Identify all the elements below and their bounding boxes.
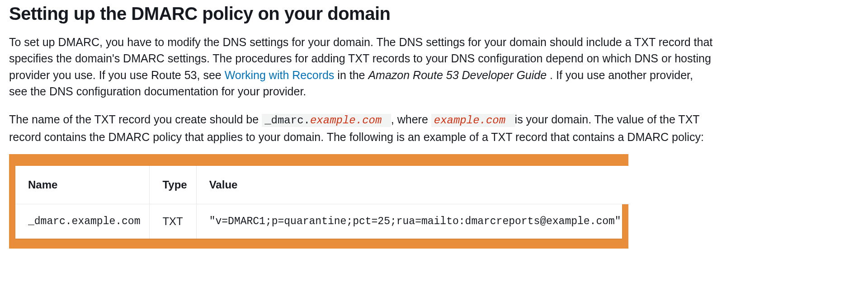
table-highlight-frame: Name Type Value _dmarc.example.com TXT "… <box>9 154 628 249</box>
doc-page: Setting up the DMARC policy on your doma… <box>0 0 868 267</box>
col-header-name: Name <box>15 166 150 204</box>
text: The name of the TXT record you create sh… <box>9 113 262 126</box>
code-literal: _dmarc. <box>264 114 310 127</box>
intro-paragraph-2: The name of the TXT record you create sh… <box>9 111 714 145</box>
table-row: _dmarc.example.com TXT "v=DMARC1;p=quara… <box>15 204 630 239</box>
book-title: Amazon Route 53 Developer Guide <box>368 69 547 81</box>
cell-type: TXT <box>150 204 196 239</box>
code-replaceable: example.com <box>310 114 382 127</box>
col-header-type: Type <box>150 166 196 204</box>
code-domain: example.com <box>431 114 515 127</box>
text: in the <box>337 69 368 81</box>
working-with-records-link[interactable]: Working with Records <box>225 69 335 81</box>
cell-value: "v=DMARC1;p=quarantine;pct=25;rua=mailto… <box>196 204 630 239</box>
dns-table-container: Name Type Value _dmarc.example.com TXT "… <box>15 166 622 239</box>
cell-name: _dmarc.example.com <box>15 204 150 239</box>
section-heading: Setting up the DMARC policy on your doma… <box>9 4 859 24</box>
col-header-value: Value <box>196 166 630 204</box>
dns-record-table: Name Type Value _dmarc.example.com TXT "… <box>15 166 630 239</box>
code-replaceable: example.com <box>434 114 505 127</box>
code-record-name: _dmarc.example.com <box>262 114 391 127</box>
intro-paragraph-1: To set up DMARC, you have to modify the … <box>9 34 714 99</box>
text: , where <box>391 113 431 126</box>
table-header-row: Name Type Value <box>15 166 630 204</box>
